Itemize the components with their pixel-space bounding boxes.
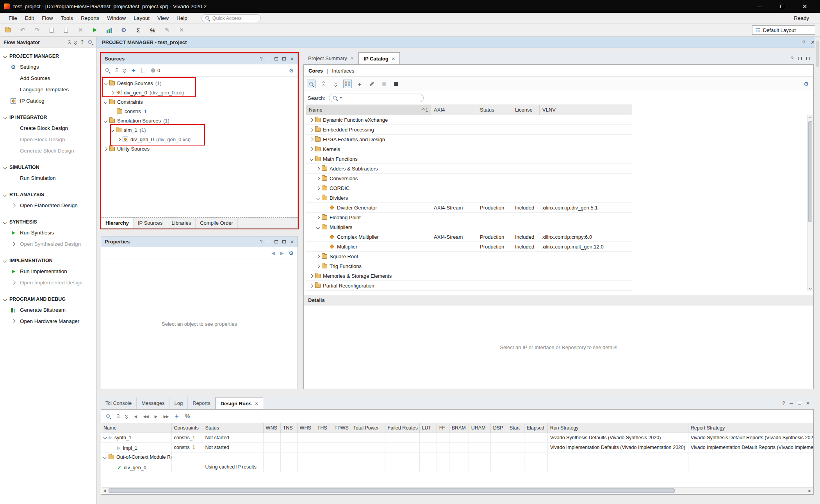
settings-icon[interactable]: ⚙ — [120, 26, 127, 34]
chevron-right-icon[interactable] — [11, 281, 15, 285]
expand-all-icon[interactable] — [75, 40, 77, 44]
column-header-status[interactable]: Status — [477, 105, 512, 115]
layout-selector[interactable]: Default Layout — [752, 25, 815, 35]
ip-row-multipliers[interactable]: Multipliers — [306, 222, 632, 232]
expander-right-icon[interactable] — [117, 137, 121, 141]
expander-down-icon[interactable] — [310, 157, 314, 161]
ip-row-complex-multiplier[interactable]: Complex MultiplierAXI4-StreamProductionI… — [306, 232, 632, 242]
scrollbar-thumb[interactable] — [109, 488, 675, 493]
section-chevron-icon[interactable] — [3, 115, 7, 119]
runs-column-tns[interactable]: TNS — [280, 423, 297, 433]
ip-row-divider-generator[interactable]: Divider GeneratorAXI4-StreamProductionIn… — [306, 203, 632, 213]
percent-icon[interactable]: % — [149, 26, 156, 34]
expander-right-icon[interactable] — [310, 137, 314, 141]
run-icon[interactable] — [91, 26, 98, 34]
workspace-tab-ip-catalog[interactable]: IP Catalog× — [358, 52, 400, 64]
flownav-item-generate-block-design[interactable]: Generate Block Design — [0, 145, 96, 156]
chevron-right-icon[interactable] — [11, 242, 15, 246]
help-icon[interactable]: ? — [260, 239, 263, 245]
help-icon[interactable]: ? — [81, 39, 84, 45]
settings-gear-icon[interactable]: ⚙ — [804, 81, 810, 87]
close-icon[interactable]: ✕ — [290, 56, 294, 62]
section-chevron-icon[interactable] — [3, 220, 7, 224]
ip-row-dividers[interactable]: Dividers — [306, 193, 632, 203]
copy-icon[interactable] — [48, 26, 55, 34]
runs-column-uram[interactable]: URAM — [469, 423, 490, 433]
flownav-item-open-block-design[interactable]: Open Block Design — [0, 134, 96, 145]
menu-file[interactable]: File — [5, 14, 21, 23]
runs-column-start[interactable]: Start — [507, 423, 524, 433]
scrollbar-thumb[interactable] — [816, 41, 819, 67]
subtab-interfaces[interactable]: Interfaces — [332, 68, 354, 74]
sources-tab-ip-sources[interactable]: IP Sources — [134, 218, 167, 228]
undo-icon[interactable]: ↶ — [19, 26, 26, 34]
search-icon[interactable] — [88, 40, 93, 45]
run-row-div-gen-0[interactable]: ✓div_gen_0Using cached IP results — [101, 462, 813, 472]
source-tree-item-div-gen-0[interactable]: div_gen_0(div_gen_0.xci) — [101, 88, 298, 97]
collapse-all-icon[interactable] — [117, 414, 119, 419]
section-chevron-icon[interactable] — [3, 297, 7, 301]
expander-right-icon[interactable] — [316, 215, 320, 219]
flownav-item-settings[interactable]: ⚙Settings — [0, 61, 96, 73]
column-header-license[interactable]: License — [512, 105, 540, 115]
runs-column-ths[interactable]: THS — [315, 423, 332, 433]
run-row-synth-1[interactable]: synth_1constrs_1Not startedVivado Synthe… — [101, 433, 813, 442]
sources-tab-compile-order[interactable]: Compile Order — [196, 218, 238, 228]
expander-down-icon[interactable] — [104, 100, 108, 104]
scroll-right-icon[interactable]: ▶ — [807, 488, 813, 494]
vertical-scrollbar[interactable] — [807, 115, 813, 291]
paste-icon[interactable] — [62, 26, 70, 34]
bottom-tab-tcl-console[interactable]: Tcl Console — [101, 397, 137, 409]
expander-down-icon[interactable] — [111, 128, 114, 132]
delete-icon[interactable]: ✕ — [77, 26, 84, 34]
close-icon[interactable]: ✕ — [806, 401, 810, 406]
ip-row-kernels[interactable]: Kernels — [306, 144, 632, 154]
search-icon[interactable] — [105, 68, 110, 73]
ip-row-fpga-features-and-design[interactable]: FPGA Features and Design — [306, 135, 632, 144]
section-chevron-icon[interactable] — [3, 54, 7, 58]
expander-down-icon[interactable] — [316, 225, 320, 229]
runs-column-elapsed[interactable]: Elapsed — [524, 423, 547, 433]
sources-tab-libraries[interactable]: Libraries — [167, 218, 196, 228]
menu-layout[interactable]: Layout — [130, 14, 153, 23]
play-icon[interactable]: ▶ — [155, 414, 157, 419]
settings-gear-icon[interactable]: ⚙ — [289, 250, 294, 256]
flownav-item-run-implementation[interactable]: Run Implementation — [0, 266, 96, 277]
flownav-item-language-templates[interactable]: Language Templates — [0, 84, 96, 95]
ip-row-embedded-processing[interactable]: Embedded Processing — [306, 125, 632, 135]
minimize-icon[interactable]: ─ — [790, 401, 793, 406]
run-row-out-of-context-module-runs[interactable]: Out-of-Context Module Runs — [101, 452, 813, 462]
edit-icon[interactable]: ✎ — [164, 26, 171, 34]
flownav-item-run-synthesis[interactable]: Run Synthesis — [0, 227, 96, 238]
flownav-section-implementation[interactable]: IMPLEMENTATION — [0, 256, 96, 266]
maximize-button[interactable] — [771, 0, 793, 13]
column-header-vlnv[interactable]: VLNV — [540, 105, 632, 115]
scroll-left-icon[interactable]: ◀ — [102, 488, 108, 494]
open-project-icon[interactable] — [5, 26, 12, 34]
source-tree-item-utility-sources[interactable]: Utility Sources — [101, 144, 298, 153]
run-disabled-tool[interactable] — [380, 80, 388, 88]
expander-right-icon[interactable] — [310, 147, 314, 151]
create-run-icon[interactable]: + — [175, 412, 179, 420]
runs-column-ff[interactable]: FF — [437, 423, 449, 433]
runs-column-run-strategy[interactable]: Run Strategy — [547, 423, 688, 433]
add-sources-icon[interactable]: + — [132, 67, 135, 75]
report-icon[interactable] — [141, 68, 145, 73]
help-icon[interactable]: ? — [791, 56, 793, 61]
help-icon[interactable]: ? — [802, 39, 805, 45]
minimize-icon[interactable]: ─ — [267, 56, 270, 62]
ip-row-math-functions[interactable]: Math Functions — [306, 154, 632, 164]
runs-column-bram[interactable]: BRAM — [449, 423, 469, 433]
ip-row-trig-functions[interactable]: Trig Functions — [306, 261, 632, 271]
ip-row-partial-reconfiguration[interactable]: Partial Reconfiguration — [306, 281, 632, 291]
maximize-icon[interactable] — [798, 402, 801, 405]
float-icon[interactable] — [275, 240, 278, 243]
back-icon[interactable]: ◀ — [271, 250, 275, 256]
flownav-item-create-block-design[interactable]: Create Block Design — [0, 122, 96, 134]
expand-all-icon[interactable] — [124, 68, 126, 73]
source-tree-item-constraints[interactable]: Constraints — [101, 97, 298, 106]
close-icon[interactable]: × — [351, 55, 354, 61]
help-icon[interactable]: ? — [783, 401, 785, 406]
sum-icon[interactable]: Σ — [135, 26, 142, 34]
menu-tools[interactable]: Tools — [57, 14, 77, 23]
